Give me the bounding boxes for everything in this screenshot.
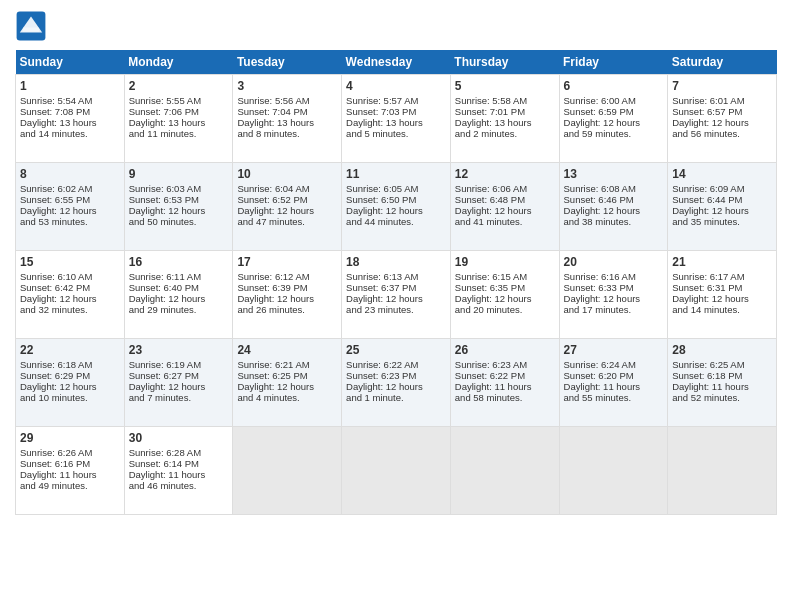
calendar-cell: 3Sunrise: 5:56 AMSunset: 7:04 PMDaylight… [233,75,342,163]
day-info: Sunrise: 6:11 AM [129,271,229,282]
day-info: Sunrise: 5:54 AM [20,95,120,106]
day-number: 12 [455,167,555,181]
day-number: 2 [129,79,229,93]
calendar-cell: 29Sunrise: 6:26 AMSunset: 6:16 PMDayligh… [16,427,125,515]
calendar-cell: 26Sunrise: 6:23 AMSunset: 6:22 PMDayligh… [450,339,559,427]
day-number: 1 [20,79,120,93]
day-info: and 11 minutes. [129,128,229,139]
day-info: Sunrise: 6:21 AM [237,359,337,370]
calendar-week-1: 1Sunrise: 5:54 AMSunset: 7:08 PMDaylight… [16,75,777,163]
calendar-cell: 14Sunrise: 6:09 AMSunset: 6:44 PMDayligh… [668,163,777,251]
calendar-cell: 28Sunrise: 6:25 AMSunset: 6:18 PMDayligh… [668,339,777,427]
day-info: Daylight: 12 hours [564,205,664,216]
day-info: Sunset: 7:04 PM [237,106,337,117]
day-number: 16 [129,255,229,269]
calendar-cell [233,427,342,515]
day-number: 15 [20,255,120,269]
day-info: Sunrise: 6:24 AM [564,359,664,370]
day-number: 3 [237,79,337,93]
calendar-cell: 6Sunrise: 6:00 AMSunset: 6:59 PMDaylight… [559,75,668,163]
day-info: and 32 minutes. [20,304,120,315]
col-tuesday: Tuesday [233,50,342,75]
day-number: 5 [455,79,555,93]
day-info: Sunset: 6:27 PM [129,370,229,381]
day-number: 7 [672,79,772,93]
day-info: Sunrise: 6:25 AM [672,359,772,370]
day-info: Sunset: 6:57 PM [672,106,772,117]
day-number: 28 [672,343,772,357]
calendar-cell: 22Sunrise: 6:18 AMSunset: 6:29 PMDayligh… [16,339,125,427]
day-info: Daylight: 12 hours [129,381,229,392]
calendar-cell [668,427,777,515]
calendar-cell: 15Sunrise: 6:10 AMSunset: 6:42 PMDayligh… [16,251,125,339]
day-info: and 46 minutes. [129,480,229,491]
day-info: Sunrise: 6:04 AM [237,183,337,194]
day-info: Sunset: 7:08 PM [20,106,120,117]
day-info: and 2 minutes. [455,128,555,139]
day-info: Sunset: 6:20 PM [564,370,664,381]
day-info: Sunset: 6:44 PM [672,194,772,205]
calendar-cell: 18Sunrise: 6:13 AMSunset: 6:37 PMDayligh… [342,251,451,339]
calendar-cell: 16Sunrise: 6:11 AMSunset: 6:40 PMDayligh… [124,251,233,339]
col-thursday: Thursday [450,50,559,75]
day-info: Sunrise: 6:17 AM [672,271,772,282]
day-info: and 56 minutes. [672,128,772,139]
day-info: Sunrise: 6:23 AM [455,359,555,370]
day-info: Sunset: 6:50 PM [346,194,446,205]
day-info: and 1 minute. [346,392,446,403]
day-info: Daylight: 11 hours [672,381,772,392]
calendar-cell [450,427,559,515]
day-info: Sunrise: 6:06 AM [455,183,555,194]
day-info: Sunset: 6:42 PM [20,282,120,293]
day-info: Sunrise: 5:58 AM [455,95,555,106]
day-info: and 5 minutes. [346,128,446,139]
day-info: Daylight: 12 hours [672,293,772,304]
day-info: Sunrise: 5:57 AM [346,95,446,106]
day-info: Sunrise: 6:26 AM [20,447,120,458]
day-info: and 10 minutes. [20,392,120,403]
day-info: Sunset: 6:25 PM [237,370,337,381]
day-info: and 35 minutes. [672,216,772,227]
day-number: 6 [564,79,664,93]
day-info: Daylight: 12 hours [129,293,229,304]
day-info: Sunrise: 6:03 AM [129,183,229,194]
day-info: Sunset: 6:31 PM [672,282,772,293]
calendar-cell: 25Sunrise: 6:22 AMSunset: 6:23 PMDayligh… [342,339,451,427]
day-info: Sunset: 7:06 PM [129,106,229,117]
day-info: Sunset: 6:33 PM [564,282,664,293]
day-info: Sunset: 6:29 PM [20,370,120,381]
day-info: and 20 minutes. [455,304,555,315]
day-info: Sunset: 6:35 PM [455,282,555,293]
day-info: Daylight: 12 hours [346,381,446,392]
calendar-week-2: 8Sunrise: 6:02 AMSunset: 6:55 PMDaylight… [16,163,777,251]
day-info: Sunset: 6:16 PM [20,458,120,469]
day-info: and 58 minutes. [455,392,555,403]
day-number: 21 [672,255,772,269]
day-info: Sunset: 6:39 PM [237,282,337,293]
day-info: and 8 minutes. [237,128,337,139]
day-info: and 17 minutes. [564,304,664,315]
calendar-cell: 19Sunrise: 6:15 AMSunset: 6:35 PMDayligh… [450,251,559,339]
header-row: Sunday Monday Tuesday Wednesday Thursday… [16,50,777,75]
day-info: Daylight: 12 hours [237,293,337,304]
day-info: Daylight: 11 hours [129,469,229,480]
day-info: Sunrise: 6:00 AM [564,95,664,106]
calendar-week-4: 22Sunrise: 6:18 AMSunset: 6:29 PMDayligh… [16,339,777,427]
day-number: 13 [564,167,664,181]
calendar-cell: 10Sunrise: 6:04 AMSunset: 6:52 PMDayligh… [233,163,342,251]
day-number: 29 [20,431,120,445]
day-info: Sunrise: 6:15 AM [455,271,555,282]
day-info: Sunset: 6:46 PM [564,194,664,205]
col-sunday: Sunday [16,50,125,75]
day-info: Daylight: 12 hours [20,381,120,392]
day-info: and 50 minutes. [129,216,229,227]
day-number: 11 [346,167,446,181]
day-number: 18 [346,255,446,269]
day-info: and 52 minutes. [672,392,772,403]
header [15,10,777,42]
logo [15,10,51,42]
day-info: Sunset: 7:01 PM [455,106,555,117]
calendar-header: Sunday Monday Tuesday Wednesday Thursday… [16,50,777,75]
day-number: 17 [237,255,337,269]
svg-rect-2 [23,28,39,32]
